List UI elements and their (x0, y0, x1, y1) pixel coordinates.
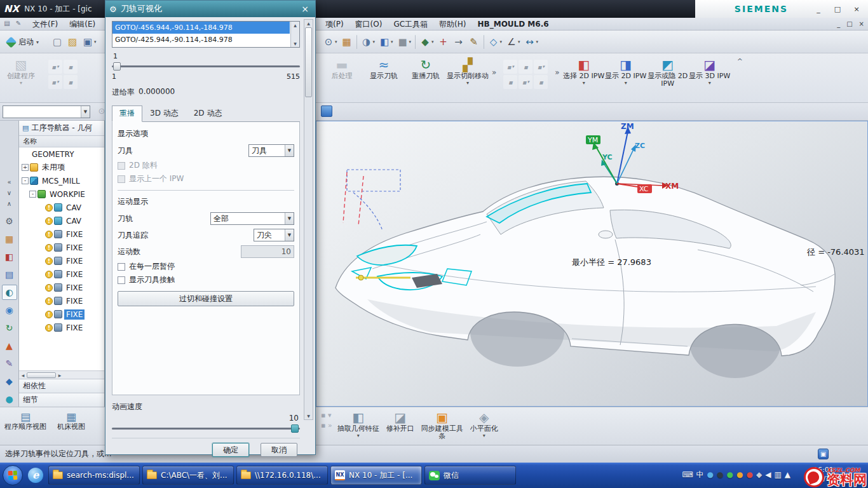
panel-chevron-icon[interactable]: ∧ (7, 200, 11, 207)
menu-item[interactable]: 项(P) (320, 18, 349, 30)
modeling-tool-button[interactable]: ◧ 抽取几何特征 ▾ (337, 409, 379, 442)
name-column-header[interactable]: 名称 (19, 136, 104, 147)
dialog-tab[interactable]: 重播 (112, 105, 142, 122)
menu-item[interactable]: 帮助(H) (433, 18, 471, 30)
tray-app-orange-icon[interactable]: ● (736, 470, 743, 480)
menu-item[interactable]: 文件(F) (27, 18, 64, 30)
menu-item[interactable]: 窗口(O) (349, 18, 388, 30)
tree-row[interactable]: + 未用项 (19, 161, 104, 174)
modeling-tool-button[interactable]: ◪ 修补开口 ▾ (379, 409, 421, 442)
animation-speed-slider[interactable] (112, 424, 300, 433)
modeling-tool-button[interactable]: ▣ 同步建模工具条 ▾ (421, 409, 463, 442)
ribbon-mini-button[interactable]: ▪ ▾ (534, 75, 548, 89)
scroll-up-icon[interactable]: ▲ (294, 23, 297, 27)
tree-expander[interactable]: - (22, 177, 29, 184)
dialog-close-icon[interactable]: × (299, 4, 311, 14)
tree-row[interactable]: ! CAV (19, 201, 104, 214)
menu-grid-icon[interactable]: ▤ (3, 20, 11, 29)
web-browser-icon[interactable]: ● (2, 391, 17, 407)
navigator-tab[interactable]: ▤ 工序导航器 - 几何 (19, 121, 104, 136)
dialog-tab[interactable]: 2D 动态 (186, 105, 230, 122)
panel-chevron-icon[interactable]: ∨ (7, 189, 11, 196)
3d-model-canvas[interactable]: ZM YM ZC YC XC XM 最小半径 = 27.9683 径 = -76… (316, 121, 868, 407)
tool-mini-icon[interactable]: ▪ » (321, 421, 332, 430)
ribbon-mini-button[interactable]: ▪ ▾ (519, 60, 532, 74)
internet-explorer-button[interactable]: e (26, 466, 45, 485)
input-indicator-icon[interactable]: ▣ (818, 449, 829, 459)
view-mode-button[interactable]: ▦ 机床视图 (48, 409, 94, 431)
taskbar-button[interactable]: NX NX 10 - 加工 - [... (330, 466, 422, 485)
tree-row[interactable]: ! FIXE (19, 308, 104, 321)
save-icon[interactable]: ▣ ▾ (80, 34, 98, 50)
motion-count-input[interactable] (241, 245, 294, 258)
panel-chevron-icon[interactable]: « (7, 179, 11, 186)
menu-item[interactable]: GC工具箱 (388, 18, 433, 30)
scrollbar-thumb[interactable] (27, 372, 56, 378)
ipw-button[interactable]: ◨ 显示 2D IPW ▾ (605, 56, 647, 89)
taskbar-button[interactable]: NX 微信 (424, 466, 516, 485)
goto-line[interactable]: GOTO/-456.944,-90.114,-184.978 (112, 22, 290, 34)
goto-list[interactable]: ▲ ▼ GOTO/-456.944,-90.114,-184.978 GOTO/… (112, 21, 300, 48)
horizontal-scrollbar[interactable]: ◀ ▶ (19, 370, 104, 379)
menu-pin-icon[interactable]: ✎ (14, 20, 23, 29)
ribbon-mini-button[interactable]: ▪ ▾ (48, 75, 62, 89)
start-button[interactable] (3, 465, 23, 485)
part-navigator-icon[interactable]: ▤ (2, 267, 17, 282)
goto-list-scrollbar[interactable]: ▲ ▼ (290, 22, 299, 47)
ribbon-button[interactable]: ≈ 显示刀轨 ▾ (363, 56, 405, 87)
dimension-icon[interactable]: ↔ ▾ (522, 34, 541, 50)
ribbon-mini-button[interactable]: ▪ ▾ (64, 75, 78, 89)
dialog-tab[interactable]: 3D 动态 (142, 105, 186, 122)
volume-icon[interactable]: ◀ (765, 470, 771, 480)
datum-plane-icon[interactable]: ◇ ▾ (486, 34, 505, 50)
sketch-icon[interactable]: ✎ ▾ (466, 34, 482, 50)
ribbon-mini-button[interactable]: ▪ ▾ (534, 60, 548, 74)
move-object-icon[interactable]: → ▾ (451, 34, 466, 50)
csys-icon[interactable]: + ▾ (436, 34, 451, 50)
mdi-close-button[interactable]: × (859, 20, 864, 27)
slider-handle[interactable] (113, 62, 121, 71)
graphics-window-icon[interactable] (321, 105, 332, 117)
menu-item[interactable]: HB_MOULD M6.6 (472, 18, 555, 30)
tree-row[interactable]: ! FIXE (19, 321, 104, 334)
command-finder-input[interactable]: ▼ (3, 105, 90, 118)
tray-app-blue-icon[interactable]: ● (707, 470, 714, 480)
zoom-icon[interactable]: ⊙ ▾ (321, 34, 339, 50)
cancel-button[interactable]: 取消 (261, 443, 297, 457)
ribbon-mini-button[interactable]: ▪ ▾ (503, 60, 517, 74)
separator[interactable]: ▾ (484, 35, 484, 49)
overflow-icon[interactable]: » (492, 68, 496, 77)
create-program-button[interactable]: ▧ 创建程序 ▾ (3, 56, 39, 89)
view-mode-button[interactable]: ▤ 程序顺序视图 (3, 409, 48, 431)
toolpath-combobox[interactable]: 全部 ▼ (210, 212, 294, 225)
close-button[interactable]: × (851, 5, 862, 13)
shaded-display-icon[interactable]: ◑ ▾ (359, 34, 377, 50)
start-menu-button[interactable]: 启动 ▾ (4, 34, 41, 50)
render-style-icon[interactable]: ■ ▾ (395, 34, 414, 50)
ribbon-mini-button[interactable]: ▪ ▾ (503, 75, 517, 89)
separator[interactable]: ▾ (356, 35, 357, 49)
graphics-viewport[interactable]: ZM YM ZC YC XC XM 最小半径 = 27.9683 径 = -76… (316, 121, 868, 407)
tree-row[interactable]: - WORKPIE (19, 187, 104, 201)
slider-handle[interactable] (291, 424, 299, 433)
ribbon-mini-button[interactable]: ▪ ▾ (519, 75, 532, 89)
tree-row[interactable]: ! FIXE (19, 227, 104, 241)
separator[interactable]: ▾ (415, 35, 416, 49)
tool-combobox[interactable]: 刀具 ▼ (248, 144, 294, 157)
usb-icon[interactable]: ◆ (756, 470, 762, 480)
ribbon-mini-button[interactable]: ▪ ▾ (48, 60, 62, 74)
ribbon-button[interactable]: ▞ 显示切削移动 ▾ (447, 56, 489, 87)
modeling-tool-button[interactable]: ◈ 小平面化 ▾ (463, 409, 505, 442)
tree-row[interactable]: ! CAV (19, 214, 104, 227)
scrollbar-thumb[interactable] (305, 27, 312, 97)
network-icon[interactable]: ▥ (774, 470, 781, 480)
ime-icon[interactable]: 中 (696, 470, 704, 480)
toolpath-progress-slider[interactable] (112, 62, 300, 71)
constraint-navigator-icon[interactable]: ◧ (2, 249, 17, 264)
scroll-down-icon[interactable]: ▼ (307, 414, 310, 418)
taskbar-button[interactable]: NX C:\ABC\一看、刘... (142, 466, 234, 485)
tree-expander[interactable]: + (22, 164, 29, 171)
taskbar-button[interactable]: NX search-ms:displ... (48, 466, 140, 485)
scroll-up-icon[interactable]: ▲ (307, 21, 310, 25)
measure-icon[interactable]: ∠ ▾ (504, 34, 522, 50)
